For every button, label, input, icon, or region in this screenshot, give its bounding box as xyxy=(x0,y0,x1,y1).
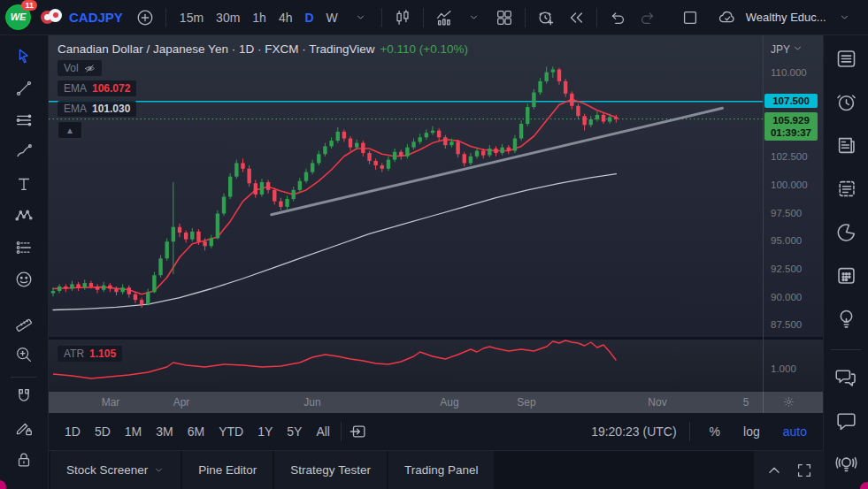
range-1y-button[interactable]: 1Y xyxy=(251,421,279,442)
trend-line-icon xyxy=(14,79,34,102)
hotlist-button[interactable] xyxy=(825,212,868,256)
timeframe-D[interactable]: D xyxy=(298,7,319,28)
current-price-label: 105.92901:39:37 xyxy=(764,112,818,141)
hide-drawings-icon xyxy=(14,482,34,489)
range-5y-button[interactable]: 5Y xyxy=(280,421,308,442)
range-3m-button[interactable]: 3M xyxy=(150,421,179,442)
time-axis-separator xyxy=(763,392,764,413)
range-1m-button[interactable]: 1M xyxy=(119,421,148,442)
ideas-button[interactable] xyxy=(825,299,868,342)
timeframe-4h[interactable]: 4h xyxy=(273,7,299,28)
range-6m-button[interactable]: 6M xyxy=(181,421,211,442)
news-flow-button[interactable] xyxy=(825,169,868,212)
layout-grid-icon[interactable] xyxy=(491,4,518,31)
panel-maximize-icon[interactable] xyxy=(791,457,818,484)
hotlist-icon xyxy=(834,220,858,248)
undo-icon[interactable] xyxy=(604,4,631,31)
theme-sun-icon[interactable] xyxy=(783,395,795,411)
chart-legend: Canadian Dollar / Japanese Yen · 1D · FX… xyxy=(58,42,468,139)
brush-tool[interactable] xyxy=(8,138,40,170)
public-chat-button[interactable] xyxy=(825,357,868,401)
separator xyxy=(341,422,342,441)
timeframe-1h[interactable]: 1h xyxy=(246,7,273,28)
watchlist-button[interactable] xyxy=(825,39,868,82)
alerts-button[interactable] xyxy=(825,82,868,126)
price-tick: 100.000 xyxy=(771,180,808,190)
private-chat-button[interactable] xyxy=(825,401,868,444)
log-scale-button[interactable]: log xyxy=(737,421,766,442)
zoom-in-tool[interactable] xyxy=(8,340,40,372)
fullscreen-frame-icon[interactable] xyxy=(677,4,703,31)
magnet-icon xyxy=(14,386,34,409)
panel-open-chevron-icon[interactable] xyxy=(761,457,787,484)
hide-drawings-tool[interactable] xyxy=(8,478,40,489)
streams-icon xyxy=(834,452,858,479)
range-5d-button[interactable]: 5D xyxy=(88,421,117,442)
layout-name-button[interactable]: Wealthy Educ... xyxy=(746,11,826,24)
cursor-tool[interactable] xyxy=(8,42,40,74)
timeframe-W[interactable]: W xyxy=(320,7,344,28)
ema-fast-legend-row[interactable]: EMA 106.072 xyxy=(58,80,136,96)
cursor-icon xyxy=(14,47,34,70)
bottom-toolbar: 1D5D1M3M6MYTD1Y5YAll 19:20:23 (UTC) % lo… xyxy=(49,413,823,451)
bar-replay-icon[interactable] xyxy=(563,4,589,31)
atr-indicator-plot[interactable] xyxy=(49,340,763,392)
percent-scale-button[interactable]: % xyxy=(703,421,726,442)
indicators-icon[interactable] xyxy=(431,4,457,31)
app-logo[interactable]: WE 11 xyxy=(5,4,32,31)
forecast-tool[interactable] xyxy=(8,233,40,265)
price-tick: 87.500 xyxy=(771,319,802,330)
range-1d-button[interactable]: 1D xyxy=(58,421,87,442)
measure-ruler-tool[interactable] xyxy=(8,309,40,340)
text-icon xyxy=(14,174,34,197)
time-tick-nov: Nov xyxy=(648,396,666,409)
range-all-button[interactable]: All xyxy=(310,421,336,442)
text-tool[interactable] xyxy=(8,170,40,202)
search-icon[interactable] xyxy=(862,4,868,31)
ema-slow-legend-row[interactable]: EMA 101.030 xyxy=(58,101,136,117)
streams-button[interactable] xyxy=(825,444,868,487)
compare-add-icon[interactable] xyxy=(132,4,158,31)
range-ytd-button[interactable]: YTD xyxy=(212,421,250,442)
range-group: 1D5D1M3M6MYTD1Y5YAll xyxy=(58,421,337,442)
price-change: +0.110 (+0.10%) xyxy=(380,42,468,56)
drawing-mode-lock-tool[interactable] xyxy=(8,414,40,446)
clock-utc[interactable]: 19:20:23 (UTC) xyxy=(591,424,676,439)
atr-legend-row[interactable]: ATR 1.105 xyxy=(58,346,122,362)
timeframe-30m[interactable]: 30m xyxy=(210,7,246,28)
time-axis[interactable]: MarAprJunAugSepNov5 xyxy=(49,392,823,413)
trend-line-tool[interactable] xyxy=(8,74,40,106)
footer-tab-stock-screener[interactable]: Stock Screener xyxy=(50,451,181,489)
lock-all-icon xyxy=(14,450,34,473)
timeframes-chevron-down-icon[interactable] xyxy=(348,4,374,31)
eye-hidden-icon[interactable] xyxy=(84,63,96,74)
timeframe-15m[interactable]: 15m xyxy=(173,7,210,28)
create-alert-icon[interactable] xyxy=(533,4,559,31)
currency-chevron-down-icon xyxy=(792,42,803,57)
time-tick-mar: Mar xyxy=(102,396,120,409)
chart-style-icon[interactable] xyxy=(389,4,416,31)
xabcd-pattern-tool[interactable] xyxy=(8,202,40,233)
calendar-button[interactable] xyxy=(825,256,868,299)
lock-all-tool[interactable] xyxy=(8,446,40,478)
volume-legend-row[interactable]: Vol xyxy=(58,60,102,76)
news-button[interactable] xyxy=(825,126,868,169)
go-to-date-icon[interactable] xyxy=(345,418,372,445)
emoji-tool[interactable] xyxy=(8,265,40,297)
footer-tab-pine-editor[interactable]: Pine Editor xyxy=(182,451,273,489)
symbol-title[interactable]: Canadian Dollar / Japanese Yen · 1D · FX… xyxy=(58,42,374,56)
alerts-icon xyxy=(834,90,858,118)
account-chevron-down-icon[interactable] xyxy=(832,4,858,31)
price-axis[interactable]: JPY 110.000107.500102.500100.00097.50095… xyxy=(764,35,823,413)
horizontal-lines-tool[interactable] xyxy=(8,106,40,138)
redo-icon[interactable] xyxy=(634,4,661,31)
footer-tab-trading-panel[interactable]: Trading Panel xyxy=(388,451,495,489)
indicators-chevron-down-icon[interactable] xyxy=(461,4,488,31)
footer-tab-strategy-tester[interactable]: Strategy Tester xyxy=(274,451,387,489)
magnet-tool[interactable] xyxy=(8,382,40,414)
axis-currency[interactable]: JPY xyxy=(771,42,803,57)
symbol-button[interactable]: CADJPY xyxy=(69,10,123,25)
auto-scale-button[interactable]: auto xyxy=(777,421,813,442)
notification-badge: 11 xyxy=(21,0,37,11)
legend-collapse-button[interactable]: ▲ xyxy=(58,121,82,139)
